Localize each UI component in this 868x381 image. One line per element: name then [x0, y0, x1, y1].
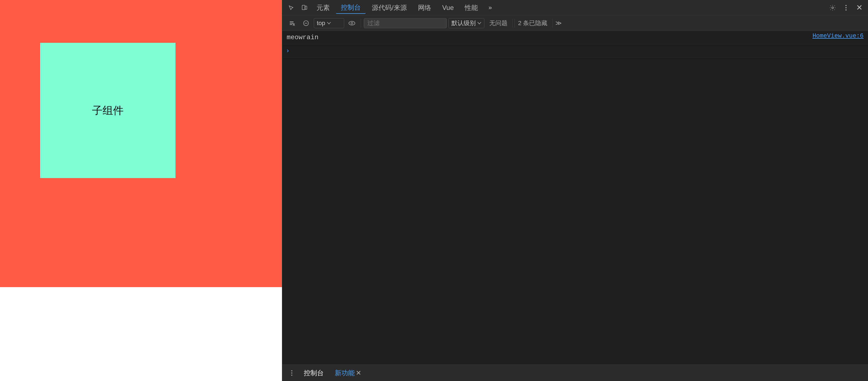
svg-point-3	[845, 5, 846, 6]
close-devtools-icon[interactable]: ✕	[853, 2, 865, 14]
level-dropdown[interactable]: 默认级别	[448, 18, 484, 28]
filter-icon[interactable]	[300, 17, 312, 29]
console-source-0[interactable]: HomeView.vue:6	[812, 33, 864, 39]
devtools-panel: 元素 控制台 源代码/来源 网络 Vue 性能 »	[282, 0, 868, 381]
svg-point-4	[845, 7, 846, 8]
bottombar-close-icon[interactable]: ✕	[356, 369, 361, 377]
bottombar-menu-icon[interactable]	[286, 368, 297, 379]
toolbar-divider3	[552, 19, 553, 28]
devtools-bottombar: 控制台 新功能 ✕	[282, 365, 868, 381]
settings-icon[interactable]	[827, 2, 839, 14]
tab-vue[interactable]: Vue	[437, 2, 459, 14]
console-expand-row: ›	[282, 44, 868, 58]
devtools-toolbar: top 默认级别 无问题 2 条已隐藏 ≫	[282, 15, 868, 31]
svg-point-17	[291, 375, 292, 376]
devtools-tabbar: 元素 控制台 源代码/来源 网络 Vue 性能 »	[282, 0, 868, 15]
bottombar-tab-console[interactable]: 控制台	[299, 368, 328, 378]
child-label: 子组件	[92, 104, 124, 117]
device-icon[interactable]	[298, 2, 310, 14]
svg-point-13	[349, 21, 355, 25]
child-component: 子组件	[40, 43, 176, 178]
svg-rect-1	[305, 6, 307, 9]
overflow-icon[interactable]	[840, 2, 852, 14]
console-entry-0: meowrain HomeView.vue:6	[282, 31, 868, 44]
svg-point-16	[291, 373, 292, 374]
svg-rect-7	[290, 23, 293, 24]
page-bottom	[0, 287, 282, 381]
bottombar-tab-new[interactable]: 新功能 ✕	[330, 368, 366, 378]
tab-elements[interactable]: 元素	[312, 2, 335, 14]
svg-point-2	[832, 7, 833, 8]
toolbar-overflow-icon[interactable]: ≫	[555, 20, 562, 27]
no-issues-label: 无问题	[486, 19, 511, 27]
tab-performance[interactable]: 性能	[460, 2, 483, 14]
inspect-icon[interactable]	[285, 2, 297, 14]
svg-point-5	[845, 9, 846, 10]
clear-console-icon[interactable]	[286, 17, 298, 29]
svg-point-14	[351, 22, 353, 24]
tab-console[interactable]: 控制台	[336, 2, 366, 14]
svg-point-15	[291, 370, 292, 371]
hidden-count-label: 2 条已隐藏	[515, 19, 551, 27]
svg-rect-8	[290, 24, 292, 25]
svg-rect-0	[302, 5, 305, 10]
tab-network[interactable]: 网络	[413, 2, 436, 14]
devtools-tabs-right: ✕	[827, 2, 865, 14]
tab-sources[interactable]: 源代码/来源	[367, 2, 412, 14]
page-content: 子组件	[0, 0, 282, 287]
expand-icon[interactable]: ›	[287, 47, 289, 55]
toolbar-divider2	[513, 19, 513, 28]
eye-icon[interactable]	[346, 17, 358, 29]
more-tabs-icon[interactable]: »	[484, 2, 496, 14]
browser-panel: 子组件	[0, 0, 282, 381]
svg-rect-6	[290, 22, 293, 22]
console-message-0: meowrain	[287, 33, 812, 42]
context-dropdown[interactable]: top	[314, 18, 344, 28]
console-output: meowrain HomeView.vue:6 ›	[282, 31, 868, 365]
filter-input[interactable]	[364, 18, 447, 28]
